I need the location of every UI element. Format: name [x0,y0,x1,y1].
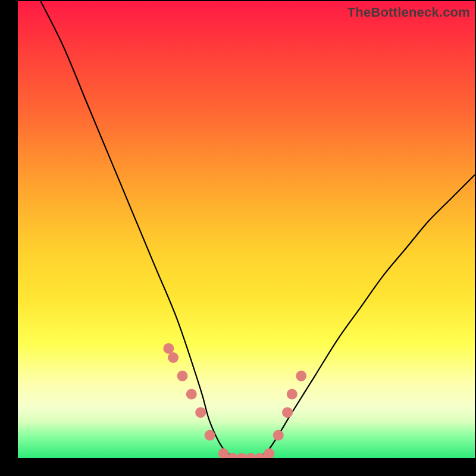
highlight-dot [282,407,293,418]
highlight-dot [287,389,298,400]
highlight-dot [296,371,306,381]
highlight-dot [246,453,256,458]
highlight-dot [163,343,174,354]
highlight-dot [218,448,229,458]
highlight-dot [273,430,284,441]
highlight-dot [168,352,178,363]
highlight-dot [177,371,188,381]
plot-area: TheBottleneck.com [18,1,475,458]
highlight-dot [205,430,215,441]
highlight-dot [236,453,247,458]
chart-container: TheBottleneck.com [0,0,476,476]
highlight-dots [163,343,306,458]
bottleneck-curve [40,1,475,458]
highlight-dot [255,453,265,458]
curve-layer [18,1,475,458]
highlight-dot [195,407,206,418]
watermark-text: TheBottleneck.com [347,5,470,20]
highlight-dot [264,448,274,458]
highlight-dot [227,453,238,458]
highlight-dot [186,389,197,400]
